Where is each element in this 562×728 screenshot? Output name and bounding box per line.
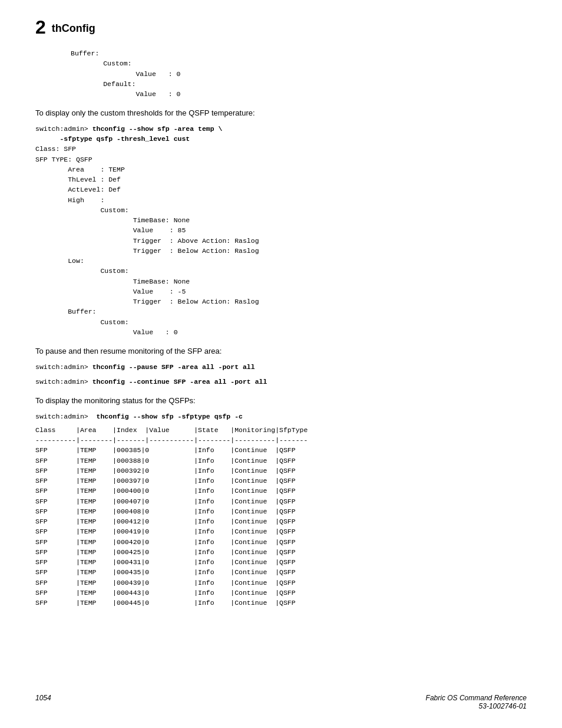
prompt-1: switch:admin> xyxy=(35,125,92,133)
footer-title: Fabric OS Command Reference 53-1002746-0… xyxy=(426,694,527,710)
table-output: Class |Area |Index |Value |State |Monito… xyxy=(35,425,527,608)
buffer-code-block: Buffer: Custom: Value : 0 Default: Value… xyxy=(71,48,527,99)
prose-text-2: To pause and then resume monitoring of t… xyxy=(35,345,527,357)
command-2a: thconfig --pause SFP -area all -port all xyxy=(92,363,255,371)
prompt-2a: switch:admin> xyxy=(35,363,92,371)
command-1: thconfig --show sfp -area temp \ xyxy=(92,125,223,133)
prompt-2b: switch:admin> xyxy=(35,378,92,386)
code-block-1: switch:admin> thconfig --show sfp -area … xyxy=(35,124,527,337)
footer-page-number: 1054 xyxy=(35,694,51,710)
prompt-3: switch:admin> xyxy=(35,413,97,420)
page-container: 2 thConfig Buffer: Custom: Value : 0 Def… xyxy=(0,0,562,728)
footer-title-line1: Fabric OS Command Reference xyxy=(426,694,527,702)
prose-text-3: To display the monitoring status for the… xyxy=(35,395,527,407)
code-block-2a: switch:admin> thconfig --pause SFP -area… xyxy=(35,362,527,372)
chapter-title: thConfig xyxy=(52,22,95,35)
command-3: thconfig --show sfp -sfptype qsfp -c xyxy=(97,413,243,420)
command-1-cont: -sfptype qsfp -thresh_level cust xyxy=(59,135,190,143)
chapter-number: 2 xyxy=(35,18,46,37)
header-area: 2 thConfig xyxy=(35,18,527,37)
footer: 1054 Fabric OS Command Reference 53-1002… xyxy=(0,694,562,710)
command-2b: thconfig --continue SFP -area all -port … xyxy=(92,378,267,386)
footer-title-line2: 53-1002746-01 xyxy=(426,702,527,710)
code-block-2b: switch:admin> thconfig --continue SFP -a… xyxy=(35,377,527,387)
prose-text-1: To display only the custom thresholds fo… xyxy=(35,107,527,119)
code-block-3: switch:admin> thconfig --show sfp -sfpty… xyxy=(35,411,527,421)
